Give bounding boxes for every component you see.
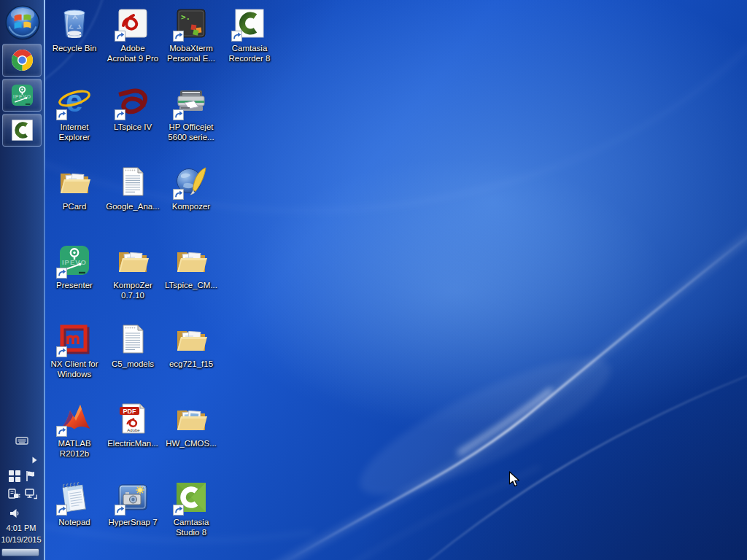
taskbar-pinned-camtasia[interactable] xyxy=(2,114,42,147)
svg-text:IPEVO: IPEVO xyxy=(62,258,87,266)
icon-label: KompoZer 0.7.10 xyxy=(105,280,160,300)
icon-label: Recycle Bin xyxy=(47,43,102,53)
icon-label: Adobe Acrobat 9 Pro xyxy=(105,43,160,63)
desktop-icons[interactable]: Recycle BinAdobe Acrobat 9 Pro>.MobaXter… xyxy=(0,0,747,560)
desktop-icon-recycle-bin[interactable]: Recycle Bin xyxy=(47,6,102,53)
start-button[interactable] xyxy=(3,3,42,42)
folder-images-icon xyxy=(174,401,209,436)
icon-label: ecg721_f15 xyxy=(163,359,219,369)
desktop-icon-hypersnap-7[interactable]: HyperSnap 7 xyxy=(105,480,160,527)
icon-label: Presenter xyxy=(47,280,102,290)
icon-label: C5_models xyxy=(105,359,160,369)
shortcut-arrow-icon xyxy=(56,346,67,357)
desktop-icon-nx-client[interactable]: NX Client for Windows xyxy=(47,322,102,379)
nx-icon xyxy=(57,322,92,357)
camtasia-white-icon xyxy=(232,6,267,41)
action-center-flag-icon[interactable] xyxy=(26,470,36,482)
taskbar-pinned-items: IPEVO xyxy=(0,44,45,149)
kompozer-icon xyxy=(174,164,209,199)
desktop-icon-ltspice-iv[interactable]: LTspice IV xyxy=(105,85,160,132)
desktop-icon-adobe-acrobat-9-pro[interactable]: Adobe Acrobat 9 Pro xyxy=(105,6,160,63)
desktop-icon-ecg721-f15[interactable]: ecg721_f15 xyxy=(163,322,219,369)
desktop-icon-google-ana[interactable]: Google_Ana... xyxy=(105,164,160,211)
taskbar-pinned-ipevo-presenter[interactable]: IPEVO xyxy=(2,79,42,112)
textdoc-icon xyxy=(115,322,150,357)
folder-icon xyxy=(115,243,150,278)
svg-text:PDF: PDF xyxy=(123,408,137,415)
desktop-icon-internet-explorer[interactable]: eInternet Explorer xyxy=(47,85,102,142)
desktop-icon-matlab-r2012b[interactable]: MATLAB R2012b xyxy=(47,401,102,459)
shortcut-arrow-icon xyxy=(115,31,125,42)
shortcut-arrow-icon xyxy=(173,189,184,200)
shortcut-arrow-icon xyxy=(173,31,184,42)
folder-icon xyxy=(174,243,209,278)
desktop-icon-electricman-pdf[interactable]: PDFAdobeElectricMan... xyxy=(105,401,160,448)
hypersnap-icon xyxy=(115,480,150,515)
camtasia-white-icon xyxy=(9,117,35,143)
acrobat-icon xyxy=(115,6,150,41)
show-desktop-button[interactable] xyxy=(1,548,39,556)
matlab-icon xyxy=(57,401,92,436)
folder-icon xyxy=(174,322,209,357)
icon-label: MobaXterm Personal E... xyxy=(163,43,219,63)
icon-label: Internet Explorer xyxy=(47,122,102,142)
desktop-icon-presenter[interactable]: IPEVOPresenter xyxy=(47,243,102,290)
camtasia-green-icon xyxy=(174,480,209,515)
ie-icon: e xyxy=(57,85,92,120)
input-grid-icon[interactable] xyxy=(9,470,20,482)
desktop-icon-c5-models[interactable]: C5_models xyxy=(105,322,160,369)
desktop-icon-hp-officejet-5600[interactable]: HP Officejet 5600 serie... xyxy=(163,85,219,142)
shortcut-arrow-icon xyxy=(115,109,125,120)
desktop-icon-camtasia-recorder-8[interactable]: Camtasia Recorder 8 xyxy=(222,6,277,63)
shortcut-arrow-icon xyxy=(56,268,67,279)
ipevo-icon: IPEVO xyxy=(57,243,92,278)
desktop-icon-notepad[interactable]: Notepad xyxy=(47,480,102,527)
volume-icon[interactable] xyxy=(9,508,20,518)
shortcut-arrow-icon xyxy=(115,505,125,516)
folder-icon xyxy=(57,164,92,199)
clock-time: 4:01 PM xyxy=(0,522,42,534)
shortcut-arrow-icon xyxy=(173,505,184,516)
keyboard-icon[interactable] xyxy=(15,436,28,446)
desktop-icon-hw-cmos-folder[interactable]: HW_CMOS... xyxy=(163,401,219,448)
icon-label: PCard xyxy=(47,201,102,211)
icon-label: Camtasia Studio 8 xyxy=(163,517,219,537)
icon-label: Google_Ana... xyxy=(105,201,160,211)
icon-label: LTspice IV xyxy=(105,122,160,132)
mobaxterm-icon: >. xyxy=(174,6,209,41)
taskbar: IPEVO 4:01 PM 10/19/2015 xyxy=(0,0,45,560)
shortcut-arrow-icon xyxy=(231,31,242,42)
svg-text:IPEVO: IPEVO xyxy=(13,94,31,99)
network-icon[interactable] xyxy=(25,489,37,499)
desktop-icon-pcard[interactable]: PCard xyxy=(47,164,102,211)
shortcut-arrow-icon xyxy=(56,426,67,437)
icon-label: MATLAB R2012b xyxy=(47,438,102,459)
chrome-icon xyxy=(9,47,35,73)
icon-label: HyperSnap 7 xyxy=(105,517,160,527)
power-plug-icon[interactable] xyxy=(8,489,20,500)
pdf-icon: PDFAdobe xyxy=(115,401,150,436)
ltspice-icon xyxy=(115,85,150,120)
desktop-icon-camtasia-studio-8[interactable]: Camtasia Studio 8 xyxy=(163,480,219,537)
icon-label: Notepad xyxy=(47,517,102,527)
desktop-icon-kompozer-folder[interactable]: KompoZer 0.7.10 xyxy=(105,243,160,300)
desktop-icon-kompozer-app[interactable]: Kompozer xyxy=(163,164,219,211)
icon-label: HP Officejet 5600 serie... xyxy=(163,122,219,142)
icon-label: Kompozer xyxy=(163,201,219,211)
taskbar-clock[interactable]: 4:01 PM 10/19/2015 xyxy=(0,522,42,545)
desktop-icon-ltspice-cm-folder[interactable]: LTspice_CM... xyxy=(163,243,219,290)
icon-label: LTspice_CM... xyxy=(163,280,219,290)
clock-date: 10/19/2015 xyxy=(0,534,42,545)
show-hidden-arrow-icon[interactable] xyxy=(32,456,37,464)
svg-text:>.: >. xyxy=(181,12,190,22)
taskbar-pinned-chrome[interactable] xyxy=(2,44,42,77)
desktop-icon-mobaxterm[interactable]: >.MobaXterm Personal E... xyxy=(163,6,219,63)
windows-orb-icon xyxy=(4,4,42,42)
shortcut-arrow-icon xyxy=(173,109,184,120)
icon-label: Camtasia Recorder 8 xyxy=(222,43,277,63)
textdoc-icon xyxy=(115,164,150,199)
icon-label: ElectricMan... xyxy=(105,438,160,448)
windows-desktop-screen: Recycle BinAdobe Acrobat 9 Pro>.MobaXter… xyxy=(0,0,747,560)
ipevo-icon: IPEVO xyxy=(9,82,35,108)
svg-text:Adobe: Adobe xyxy=(127,428,140,432)
